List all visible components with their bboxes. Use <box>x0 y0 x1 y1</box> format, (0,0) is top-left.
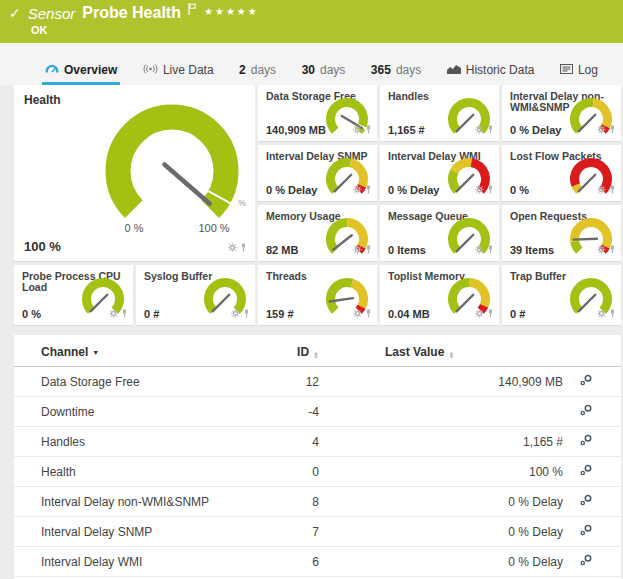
log-icon <box>560 63 573 77</box>
gauge-card-trap-buffer: Trap Buffer 0 # <box>502 265 621 326</box>
pin-icon[interactable] <box>365 240 372 258</box>
pin-icon[interactable] <box>487 120 494 138</box>
edit-channel-icon[interactable] <box>580 494 593 509</box>
column-header-actions <box>565 335 621 367</box>
cell-last-value: 0 % Delay <box>323 517 565 547</box>
table-row: Handles 4 1,165 # <box>14 427 621 457</box>
tab-historic-data[interactable]: Historic Data <box>444 57 538 85</box>
table-row: Health 0 100 % <box>14 457 621 487</box>
table-row: Data Storage Free 12 140,909 MB <box>14 367 621 397</box>
gauge-value: 82 MB <box>266 244 298 256</box>
pin-icon[interactable] <box>487 304 494 322</box>
pin-icon[interactable] <box>609 120 616 138</box>
cell-channel[interactable]: Interval Delay non-WMI&SNMP <box>14 487 241 517</box>
cell-last-value: 0 % Delay <box>323 487 565 517</box>
column-header-id[interactable]: ID▲▼ <box>241 335 323 367</box>
cell-channel[interactable]: Health <box>14 457 241 487</box>
pin-icon[interactable] <box>487 240 494 258</box>
cell-channel[interactable]: Interval Delay WMI <box>14 547 241 577</box>
column-header-last-value[interactable]: Last Value▲▼ <box>323 335 565 367</box>
gauge-card-probe-process-cpu-load: Probe Process CPU Load 0 % <box>14 265 133 326</box>
pin-icon[interactable] <box>121 304 128 322</box>
gauge-card-lost-flow-packets: Lost Flow Packets 0 % <box>502 145 621 202</box>
edit-channel-icon[interactable] <box>580 464 593 479</box>
gauge-card-message-queue: Message Queue 0 Items <box>380 205 499 262</box>
tab-overview[interactable]: Overview <box>42 57 120 85</box>
edit-channel-icon[interactable] <box>580 374 593 389</box>
edit-channel-icon[interactable] <box>580 434 593 449</box>
live-icon <box>143 63 158 77</box>
gear-icon[interactable] <box>353 304 362 322</box>
edit-channel-icon[interactable] <box>580 524 593 539</box>
gauge-card-data-storage-free: Data Storage Free 140,909 MB <box>258 85 377 142</box>
gear-icon[interactable] <box>475 240 484 258</box>
cell-id: 8 <box>241 487 323 517</box>
pin-icon[interactable] <box>365 304 372 322</box>
table-row: Interval Delay non-WMI&SNMP 8 0 % Delay <box>14 487 621 517</box>
cell-channel[interactable]: Data Storage Free <box>14 367 241 397</box>
gear-icon[interactable] <box>597 240 606 258</box>
gear-icon[interactable] <box>597 120 606 138</box>
tab-30-days[interactable]: 30days <box>299 57 349 85</box>
pin-icon[interactable] <box>365 180 372 198</box>
gauge-value: 140,909 MB <box>266 124 326 136</box>
gear-icon[interactable] <box>231 304 240 322</box>
tab-2-days[interactable]: 2days <box>236 57 279 85</box>
overview-content: Health 0 % 100 % % 100 % Data Storage Fr… <box>14 85 621 579</box>
pin-icon[interactable] <box>609 240 616 258</box>
table-row: Interval Delay SNMP 7 0 % Delay <box>14 517 621 547</box>
gear-icon[interactable] <box>353 240 362 258</box>
gauge-value: 0 % Delay <box>510 124 561 136</box>
gear-icon[interactable] <box>353 120 362 138</box>
cell-channel[interactable]: Downtime <box>14 397 241 427</box>
tab-log[interactable]: Log <box>557 57 601 85</box>
gear-icon[interactable] <box>109 304 118 322</box>
tab-unit: days <box>320 63 345 77</box>
gear-icon[interactable] <box>475 120 484 138</box>
gear-icon[interactable] <box>475 180 484 198</box>
pin-icon[interactable] <box>609 180 616 198</box>
flag-icon[interactable] <box>188 1 197 19</box>
cell-channel[interactable]: Interval Delay SNMP <box>14 517 241 547</box>
tab-365-days[interactable]: 365days <box>368 57 424 85</box>
gauge-card-memory-usage: Memory Usage 82 MB <box>258 205 377 262</box>
edit-channel-icon[interactable] <box>580 554 593 569</box>
pin-icon[interactable] <box>365 120 372 138</box>
cell-id: 0 <box>241 457 323 487</box>
gear-icon[interactable] <box>475 304 484 322</box>
pin-icon[interactable] <box>243 304 250 322</box>
tab-unit: days <box>251 63 276 77</box>
gear-icon[interactable] <box>597 180 606 198</box>
cell-id: -4 <box>241 397 323 427</box>
edit-channel-icon[interactable] <box>580 404 593 419</box>
gauge-value: 1,165 # <box>388 124 425 136</box>
cell-last-value: 0 % Delay <box>323 547 565 577</box>
gauge-value: 0 # <box>144 308 159 320</box>
column-header-channel[interactable]: Channel▼ <box>14 335 241 367</box>
gauge-value: 100 % <box>24 239 61 254</box>
cell-id: 12 <box>241 367 323 397</box>
cell-last-value <box>323 397 565 427</box>
gauge-card-syslog-buffer: Syslog Buffer 0 # <box>136 265 255 326</box>
gauge-grid: Health 0 % 100 % % 100 % Data Storage Fr… <box>14 85 621 326</box>
gauge-max-label: 100 % <box>192 222 236 234</box>
gear-icon[interactable] <box>353 180 362 198</box>
gauge-value: 0 % Delay <box>266 184 317 196</box>
pin-icon[interactable] <box>609 304 616 322</box>
pin-icon[interactable] <box>240 238 247 256</box>
pin-icon[interactable] <box>487 180 494 198</box>
chart-icon <box>447 63 461 77</box>
sort-desc-icon: ▼ <box>92 349 99 356</box>
object-kind-label: Sensor <box>28 5 76 22</box>
cell-id: 6 <box>241 547 323 577</box>
gear-icon[interactable] <box>597 304 606 322</box>
tab-live-data[interactable]: Live Data <box>140 57 217 85</box>
status-ok-check-icon: ✓ <box>9 4 21 22</box>
gauge-value: 0.04 MB <box>388 308 430 320</box>
table-row: Interval Delay WMI 6 0 % Delay <box>14 547 621 577</box>
gauge-card-interval-delay-snmp: Interval Delay SNMP 0 % Delay <box>258 145 377 202</box>
channel-table: Channel▼ ID▲▼ Last Value▲▼ Data Storage … <box>14 335 621 579</box>
cell-channel[interactable]: Handles <box>14 427 241 457</box>
priority-stars[interactable]: ★★★★★ <box>204 6 259 17</box>
gear-icon[interactable] <box>228 238 237 256</box>
